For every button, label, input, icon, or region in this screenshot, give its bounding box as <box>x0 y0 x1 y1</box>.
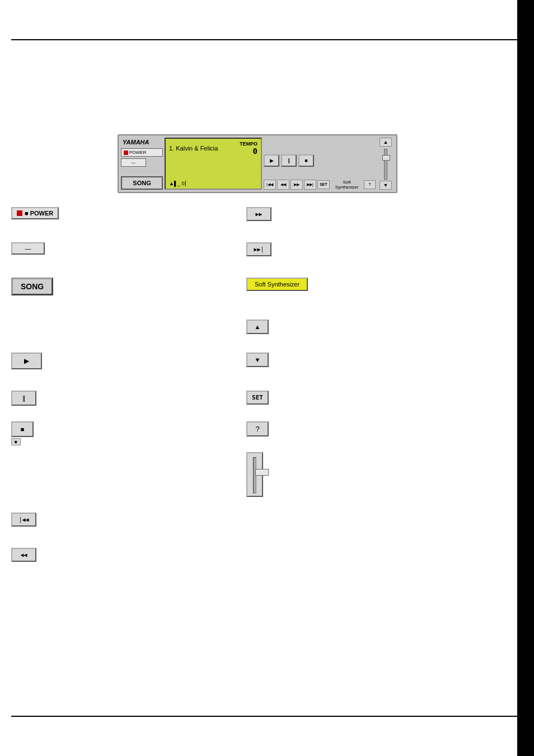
bottom-rule <box>11 716 517 717</box>
stop-icon-legend: ■ <box>21 426 25 433</box>
legend-dash-button[interactable]: — <box>11 242 45 255</box>
legend-down-item: ▼ <box>246 353 512 367</box>
up-icon-legend: ▲ <box>255 323 261 330</box>
legend-pause-button[interactable]: ‖ <box>11 391 36 406</box>
controls-top: ▶ ‖ ■ <box>264 138 376 167</box>
lcd-tempo-label: TEMPO <box>240 141 257 147</box>
lcd-tempo-value: 0 <box>253 147 257 156</box>
device-dash-button[interactable]: — <box>121 158 146 167</box>
device-to-start-button[interactable]: |◀◀ <box>264 180 276 190</box>
device-pause-button[interactable]: ‖ <box>281 154 297 167</box>
legend-power-button[interactable]: ■ POWER <box>11 207 59 219</box>
legend-pause-area: ‖ <box>11 391 246 416</box>
legend-rew-item: ◀◀ <box>11 548 246 562</box>
device-play-button[interactable]: ▶ <box>264 154 279 167</box>
play-icon: ▶ <box>270 158 274 163</box>
device-power-label: POWER <box>129 150 146 155</box>
play-icon-legend: ▶ <box>24 357 29 365</box>
power-red-square <box>17 210 22 216</box>
legend-soft-synth-button[interactable]: Soft Synthesizer <box>246 278 308 291</box>
legend-dash-area: — <box>11 242 246 266</box>
legend-stop-area: ■ ■ <box>11 421 246 507</box>
legend-soft-synth-item: Soft Synthesizer <box>246 278 512 291</box>
device-left-panel: YAMAHA POWER — SONG <box>121 138 163 190</box>
legend-set-button[interactable]: SET <box>246 391 269 405</box>
legend-section: ■ POWER ▶▶ — <box>11 207 512 583</box>
legend-help-button[interactable]: ? <box>246 421 269 436</box>
legend-to-end-area: ▶▶| <box>246 242 512 266</box>
device-stop-button[interactable]: ■ <box>298 154 314 167</box>
legend-help-slider-area: ? <box>246 421 512 507</box>
device-power-button[interactable]: POWER <box>121 148 163 157</box>
rew-icon: ◀◀ <box>280 182 286 187</box>
device-rew-button[interactable]: ◀◀ <box>277 180 289 190</box>
legend-pause-item: ‖ <box>11 391 246 406</box>
top-rule <box>11 39 517 40</box>
down-arrow-icon: ▼ <box>383 182 388 188</box>
legend-to-start-button[interactable]: |◀◀ <box>11 513 36 527</box>
legend-to-start-item: |◀◀ <box>11 513 246 527</box>
legend-slider-item <box>246 452 512 497</box>
ff-icon-legend: ▶▶ <box>255 211 262 217</box>
legend-ff-area: ▶▶ <box>246 207 512 231</box>
legend-stop-item: ■ ■ <box>11 421 246 445</box>
legend-play-button[interactable]: ▶ <box>11 353 42 369</box>
legend-up-area: ▲ <box>246 320 512 344</box>
device-right-panel: ▲ ▼ <box>377 138 394 190</box>
device-down-button[interactable]: ▼ <box>380 181 392 190</box>
pause-icon: ‖ <box>288 158 291 163</box>
ff-icon: ▶▶ <box>294 182 299 187</box>
soft-synth-label: Soft Synthesizer <box>331 180 362 190</box>
lcd-song-name: 1. Kalvin & Felicia <box>169 145 218 152</box>
lcd-bottom-row: ▲▌_ 0ǀ <box>169 181 257 186</box>
legend-ff-button[interactable]: ▶▶ <box>246 207 271 221</box>
legend-song-button[interactable]: SONG <box>11 278 53 295</box>
volume-thumb[interactable] <box>382 155 390 161</box>
stop-icon: ■ <box>305 158 307 163</box>
set-icon-legend: SET <box>252 394 263 401</box>
yamaha-device: YAMAHA POWER — SONG 1. Kalvin & Felicia … <box>118 134 397 193</box>
device-ff-button[interactable]: ▶▶ <box>291 180 303 190</box>
stop-with-indicator: ■ ■ <box>11 421 34 445</box>
lcd-display: 1. Kalvin & Felicia TEMPO 0 ▲▌_ 0ǀ <box>165 138 262 190</box>
device-volume-slider[interactable] <box>384 149 387 180</box>
legend-dash-item: — <box>11 242 246 255</box>
legend-volume-slider[interactable] <box>246 452 263 497</box>
right-sidebar <box>517 0 534 756</box>
lcd-tempo-area: TEMPO 0 <box>240 141 257 156</box>
to-end-icon-legend: ▶▶| <box>254 246 264 252</box>
device-help-button[interactable]: ? <box>364 180 376 189</box>
down-icon-legend: ▼ <box>255 356 261 363</box>
legend-song-item: SONG <box>11 278 246 295</box>
set-label: SET <box>320 182 327 186</box>
soft-synth-icon-legend: Soft Synthesizer <box>255 281 299 288</box>
legend-power-area: ■ POWER <box>11 207 246 231</box>
help-icon-legend: ? <box>255 425 259 433</box>
yamaha-device-container: YAMAHA POWER — SONG 1. Kalvin & Felicia … <box>118 134 397 196</box>
device-song-button[interactable]: SONG <box>121 176 163 190</box>
slider-thumb[interactable] <box>255 469 269 476</box>
legend-rew-button[interactable]: ◀◀ <box>11 548 36 562</box>
legend-power-item: ■ POWER <box>11 207 246 219</box>
legend-play-item: ▶ <box>11 353 246 369</box>
pause-icon-legend: ‖ <box>22 395 26 401</box>
volume-track <box>384 149 387 180</box>
legend-down-button[interactable]: ▼ <box>246 353 269 367</box>
device-to-end-button[interactable]: ▶▶| <box>304 180 316 190</box>
mini-stop-indicator[interactable]: ■ <box>11 438 21 445</box>
legend-stop-button[interactable]: ■ <box>11 421 34 437</box>
device-set-button[interactable]: SET <box>317 180 330 189</box>
device-up-button[interactable]: ▲ <box>380 138 392 147</box>
controls-bottom: |◀◀ ◀◀ ▶▶ ▶▶| SET Soft Synthesizer <box>264 179 376 190</box>
legend-rew-area: ◀◀ <box>11 548 246 572</box>
legend-up-button[interactable]: ▲ <box>246 320 269 334</box>
legend-song-label: SONG <box>21 282 44 291</box>
legend-down-area: ▼ <box>246 353 512 379</box>
power-indicator <box>124 151 128 155</box>
legend-up-item: ▲ <box>246 320 512 334</box>
legend-ff-item: ▶▶ <box>246 207 512 221</box>
to-end-icon: ▶▶| <box>307 182 313 187</box>
legend-to-end-button[interactable]: ▶▶| <box>246 242 271 256</box>
legend-song-area: SONG <box>11 278 246 306</box>
device-song-label: SONG <box>133 180 151 186</box>
